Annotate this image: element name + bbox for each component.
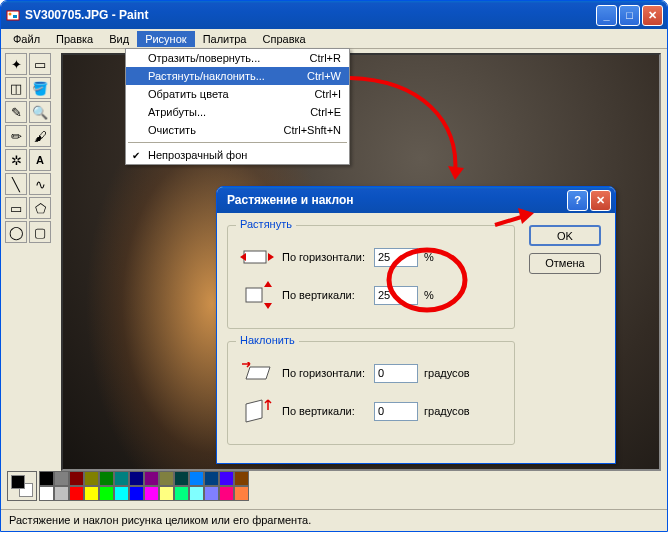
color-swatch[interactable]	[219, 471, 234, 486]
roundrect-tool[interactable]: ▢	[29, 221, 51, 243]
skew-v-icon	[238, 396, 276, 426]
color-swatch[interactable]	[114, 486, 129, 501]
line-tool[interactable]: ╲	[5, 173, 27, 195]
color-swatch[interactable]	[189, 486, 204, 501]
svg-point-1	[9, 13, 12, 16]
stretch-skew-dialog: Растяжение и наклон ? ✕ Растянуть По гор…	[216, 186, 616, 464]
pencil-tool[interactable]: ✏	[5, 125, 27, 147]
ellipse-tool[interactable]: ◯	[5, 221, 27, 243]
ok-button[interactable]: OK	[529, 225, 601, 246]
menu-item-opaque[interactable]: ✔ Непрозрачный фон	[126, 146, 349, 164]
menu-image[interactable]: Рисунок	[137, 31, 195, 47]
skew-h-input[interactable]	[374, 364, 418, 383]
color-swatch[interactable]	[219, 486, 234, 501]
color-swatch[interactable]	[69, 471, 84, 486]
skew-v-input[interactable]	[374, 402, 418, 421]
stretch-horizontal-row: По горизонтали: %	[238, 238, 504, 276]
curve-tool[interactable]: ∿	[29, 173, 51, 195]
menu-item-invert[interactable]: Обратить цвета Ctrl+I	[126, 85, 349, 103]
color-swatch[interactable]	[234, 471, 249, 486]
color-swatch[interactable]	[189, 471, 204, 486]
rect-select-tool[interactable]: ▭	[29, 53, 51, 75]
color-grid	[39, 471, 249, 501]
stretch-vertical-row: По вертикали: %	[238, 276, 504, 314]
dialog-body: Растянуть По горизонтали: % По вертикали…	[217, 213, 615, 463]
svg-rect-4	[246, 288, 262, 302]
color-swatch[interactable]	[144, 471, 159, 486]
maximize-button[interactable]: □	[619, 5, 640, 26]
color-swatch[interactable]	[204, 471, 219, 486]
menu-item-shortcut: Ctrl+E	[310, 106, 341, 118]
spray-tool[interactable]: ✲	[5, 149, 27, 171]
color-swatch[interactable]	[159, 486, 174, 501]
rect-tool[interactable]: ▭	[5, 197, 27, 219]
color-swatch[interactable]	[114, 471, 129, 486]
menu-item-clear[interactable]: Очистить Ctrl+Shft+N	[126, 121, 349, 139]
eraser-tool[interactable]: ◫	[5, 77, 27, 99]
color-swatch[interactable]	[69, 486, 84, 501]
skew-vertical-row: По вертикали: градусов	[238, 392, 504, 430]
color-swatch[interactable]	[54, 486, 69, 501]
main-titlebar[interactable]: SV300705.JPG - Paint _ □ ✕	[1, 1, 667, 29]
color-swatch[interactable]	[39, 486, 54, 501]
paint-app-icon	[5, 7, 21, 23]
unit-label: %	[418, 289, 434, 301]
menu-item-label: Очистить	[148, 124, 196, 136]
foreground-color	[11, 475, 25, 489]
color-swatch[interactable]	[54, 471, 69, 486]
minimize-button[interactable]: _	[596, 5, 617, 26]
menu-help[interactable]: Справка	[255, 31, 314, 47]
color-swatch[interactable]	[129, 486, 144, 501]
dialog-close-button[interactable]: ✕	[590, 190, 611, 211]
menu-edit[interactable]: Правка	[48, 31, 101, 47]
color-swatch[interactable]	[174, 471, 189, 486]
color-swatch[interactable]	[99, 471, 114, 486]
picker-tool[interactable]: ✎	[5, 101, 27, 123]
close-button[interactable]: ✕	[642, 5, 663, 26]
unit-label: %	[418, 251, 434, 263]
color-swatch[interactable]	[129, 471, 144, 486]
menu-item-shortcut: Ctrl+W	[307, 70, 341, 82]
menu-item-label: Обратить цвета	[148, 88, 229, 100]
menu-palette[interactable]: Палитра	[195, 31, 255, 47]
color-swatch[interactable]	[39, 471, 54, 486]
check-icon: ✔	[132, 150, 140, 161]
color-swatch[interactable]	[174, 486, 189, 501]
skew-group: Наклонить По горизонтали: градусов По ве…	[227, 341, 515, 445]
fill-tool[interactable]: 🪣	[29, 77, 51, 99]
menu-item-attributes[interactable]: Атрибуты... Ctrl+E	[126, 103, 349, 121]
color-swatch[interactable]	[159, 471, 174, 486]
menu-bar: Файл Правка Вид Рисунок Палитра Справка	[1, 29, 667, 49]
menu-item-label: Растянуть/наклонить...	[148, 70, 265, 82]
stretch-h-input[interactable]	[374, 248, 418, 267]
poly-tool[interactable]: ⬠	[29, 197, 51, 219]
zoom-tool[interactable]: 🔍	[29, 101, 51, 123]
row-label: По вертикали:	[276, 289, 374, 301]
dialog-titlebar[interactable]: Растяжение и наклон ? ✕	[217, 187, 615, 213]
brush-tool[interactable]: 🖌	[29, 125, 51, 147]
current-colors[interactable]	[7, 471, 37, 501]
row-label: По горизонтали:	[276, 251, 374, 263]
text-tool[interactable]: A	[29, 149, 51, 171]
color-swatch[interactable]	[99, 486, 114, 501]
menu-view[interactable]: Вид	[101, 31, 137, 47]
menu-item-label: Отразить/повернуть...	[148, 52, 260, 64]
menu-item-label: Непрозрачный фон	[148, 149, 247, 161]
color-swatch[interactable]	[204, 486, 219, 501]
stretch-v-input[interactable]	[374, 286, 418, 305]
svg-rect-3	[244, 251, 266, 263]
unit-label: градусов	[418, 405, 470, 417]
menu-item-stretch[interactable]: Растянуть/наклонить... Ctrl+W	[126, 67, 349, 85]
cancel-button[interactable]: Отмена	[529, 253, 601, 274]
color-swatch[interactable]	[234, 486, 249, 501]
help-button[interactable]: ?	[567, 190, 588, 211]
color-swatch[interactable]	[144, 486, 159, 501]
free-select-tool[interactable]: ✦	[5, 53, 27, 75]
unit-label: градусов	[418, 367, 470, 379]
menu-file[interactable]: Файл	[5, 31, 48, 47]
stretch-h-icon	[238, 242, 276, 272]
color-swatch[interactable]	[84, 471, 99, 486]
menu-item-flip[interactable]: Отразить/повернуть... Ctrl+R	[126, 49, 349, 67]
color-swatch[interactable]	[84, 486, 99, 501]
skew-horizontal-row: По горизонтали: градусов	[238, 354, 504, 392]
